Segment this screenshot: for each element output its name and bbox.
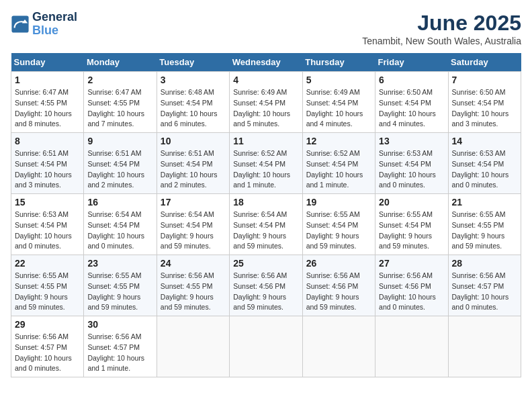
daylight-label: Daylight: 10 hours and 0 minutes.	[379, 293, 436, 312]
calendar-cell: 15 Sunrise: 6:53 AM Sunset: 4:54 PM Dayl…	[11, 194, 84, 255]
calendar-cell: 16 Sunrise: 6:54 AM Sunset: 4:54 PM Dayl…	[84, 194, 157, 255]
day-number: 4	[233, 75, 298, 85]
day-number: 13	[379, 136, 444, 146]
calendar-cell	[375, 316, 448, 377]
daylight-label: Daylight: 10 hours and 0 minutes.	[379, 171, 436, 189]
day-number: 17	[161, 197, 226, 208]
daylight-label: Daylight: 10 hours and 2 minutes.	[87, 171, 144, 189]
day-info: Sunrise: 6:55 AM Sunset: 4:54 PM Dayligh…	[379, 210, 444, 252]
sunset-label: Sunset: 4:55 PM	[161, 282, 213, 290]
calendar-body: 1 Sunrise: 6:47 AM Sunset: 4:55 PM Dayli…	[11, 72, 521, 377]
sunset-label: Sunset: 4:54 PM	[233, 99, 285, 107]
daylight-label: Daylight: 10 hours and 4 minutes.	[306, 109, 363, 128]
daylight-label: Daylight: 9 hours and 59 minutes.	[233, 232, 286, 250]
sunrise-label: Sunrise: 6:49 AM	[233, 88, 287, 96]
day-number: 29	[15, 319, 80, 330]
day-info: Sunrise: 6:55 AM Sunset: 4:54 PM Dayligh…	[306, 210, 371, 252]
sunset-label: Sunset: 4:54 PM	[15, 221, 67, 229]
daylight-label: Daylight: 10 hours and 0 minutes.	[15, 354, 72, 373]
day-info: Sunrise: 6:47 AM Sunset: 4:55 PM Dayligh…	[87, 87, 152, 130]
day-number: 15	[15, 197, 80, 208]
sunrise-label: Sunrise: 6:47 AM	[15, 88, 69, 96]
day-number: 18	[233, 197, 298, 208]
sunset-label: Sunset: 4:54 PM	[379, 99, 431, 107]
day-info: Sunrise: 6:52 AM Sunset: 4:54 PM Dayligh…	[233, 148, 298, 191]
sunrise-label: Sunrise: 6:51 AM	[161, 149, 214, 157]
sunset-label: Sunset: 4:54 PM	[379, 160, 431, 168]
daylight-label: Daylight: 10 hours and 8 minutes.	[15, 109, 72, 128]
logo-text: GeneralBlue	[32, 11, 77, 38]
day-number: 24	[161, 258, 226, 269]
day-info: Sunrise: 6:56 AM Sunset: 4:56 PM Dayligh…	[306, 271, 371, 313]
sunrise-label: Sunrise: 6:54 AM	[87, 210, 141, 218]
calendar-cell: 1 Sunrise: 6:47 AM Sunset: 4:55 PM Dayli…	[11, 72, 84, 133]
calendar-cell	[448, 316, 521, 377]
sunset-label: Sunset: 4:57 PM	[15, 343, 67, 351]
day-number: 7	[452, 75, 517, 85]
day-info: Sunrise: 6:56 AM Sunset: 4:56 PM Dayligh…	[379, 271, 444, 313]
calendar-row: 29 Sunrise: 6:56 AM Sunset: 4:57 PM Dayl…	[11, 316, 521, 377]
sunrise-label: Sunrise: 6:56 AM	[87, 332, 141, 340]
sunset-label: Sunset: 4:56 PM	[379, 282, 431, 290]
daylight-label: Daylight: 10 hours and 4 minutes.	[379, 109, 436, 128]
daylight-label: Daylight: 9 hours and 59 minutes.	[161, 293, 214, 312]
sunrise-label: Sunrise: 6:48 AM	[161, 88, 214, 96]
day-info: Sunrise: 6:49 AM Sunset: 4:54 PM Dayligh…	[233, 87, 298, 130]
day-info: Sunrise: 6:51 AM Sunset: 4:54 PM Dayligh…	[161, 148, 226, 191]
sunset-label: Sunset: 4:54 PM	[161, 160, 213, 168]
col-thursday: Thursday	[302, 53, 375, 72]
sunrise-label: Sunrise: 6:52 AM	[306, 149, 360, 157]
sunrise-label: Sunrise: 6:54 AM	[161, 210, 214, 218]
day-number: 28	[452, 258, 517, 269]
day-info: Sunrise: 6:51 AM Sunset: 4:54 PM Dayligh…	[15, 148, 80, 191]
calendar-cell: 13 Sunrise: 6:53 AM Sunset: 4:54 PM Dayl…	[375, 133, 448, 194]
day-info: Sunrise: 6:53 AM Sunset: 4:54 PM Dayligh…	[379, 148, 444, 191]
day-number: 30	[87, 319, 152, 330]
day-info: Sunrise: 6:55 AM Sunset: 4:55 PM Dayligh…	[452, 210, 517, 252]
daylight-label: Daylight: 9 hours and 59 minutes.	[379, 232, 432, 250]
daylight-label: Daylight: 10 hours and 0 minutes.	[452, 171, 509, 189]
sunset-label: Sunset: 4:55 PM	[452, 221, 504, 229]
sunset-label: Sunset: 4:54 PM	[161, 99, 213, 107]
logo: GeneralBlue	[11, 11, 77, 38]
calendar-row: 22 Sunrise: 6:55 AM Sunset: 4:55 PM Dayl…	[11, 255, 521, 316]
col-tuesday: Tuesday	[157, 53, 229, 72]
day-number: 12	[306, 136, 371, 146]
day-info: Sunrise: 6:56 AM Sunset: 4:57 PM Dayligh…	[87, 332, 152, 374]
sunrise-label: Sunrise: 6:56 AM	[15, 332, 69, 340]
day-info: Sunrise: 6:54 AM Sunset: 4:54 PM Dayligh…	[161, 210, 226, 252]
calendar-cell: 28 Sunrise: 6:56 AM Sunset: 4:57 PM Dayl…	[448, 255, 521, 316]
sunset-label: Sunset: 4:54 PM	[233, 221, 285, 229]
day-info: Sunrise: 6:50 AM Sunset: 4:54 PM Dayligh…	[452, 87, 517, 130]
day-number: 3	[161, 75, 226, 85]
sunrise-label: Sunrise: 6:49 AM	[306, 88, 360, 96]
day-number: 26	[306, 258, 371, 269]
calendar-cell: 23 Sunrise: 6:55 AM Sunset: 4:55 PM Dayl…	[84, 255, 157, 316]
sunrise-label: Sunrise: 6:55 AM	[15, 271, 69, 279]
logo-icon	[11, 15, 30, 34]
calendar-cell: 8 Sunrise: 6:51 AM Sunset: 4:54 PM Dayli…	[11, 133, 84, 194]
sunset-label: Sunset: 4:56 PM	[306, 282, 359, 290]
day-number: 9	[87, 136, 152, 146]
day-info: Sunrise: 6:50 AM Sunset: 4:54 PM Dayligh…	[379, 87, 444, 130]
calendar-cell: 2 Sunrise: 6:47 AM Sunset: 4:55 PM Dayli…	[84, 72, 157, 133]
calendar-cell: 6 Sunrise: 6:50 AM Sunset: 4:54 PM Dayli…	[375, 72, 448, 133]
calendar-cell	[302, 316, 375, 377]
day-info: Sunrise: 6:56 AM Sunset: 4:57 PM Dayligh…	[15, 332, 80, 374]
calendar-cell: 21 Sunrise: 6:55 AM Sunset: 4:55 PM Dayl…	[448, 194, 521, 255]
calendar-cell: 11 Sunrise: 6:52 AM Sunset: 4:54 PM Dayl…	[230, 133, 302, 194]
daylight-label: Daylight: 9 hours and 59 minutes.	[452, 232, 505, 250]
day-number: 11	[233, 136, 298, 146]
calendar-cell: 17 Sunrise: 6:54 AM Sunset: 4:54 PM Dayl…	[157, 194, 229, 255]
calendar-row: 8 Sunrise: 6:51 AM Sunset: 4:54 PM Dayli…	[11, 133, 521, 194]
daylight-label: Daylight: 10 hours and 3 minutes.	[15, 171, 72, 189]
day-info: Sunrise: 6:54 AM Sunset: 4:54 PM Dayligh…	[87, 210, 152, 252]
day-number: 1	[15, 75, 80, 85]
sunrise-label: Sunrise: 6:53 AM	[452, 149, 506, 157]
calendar-cell: 3 Sunrise: 6:48 AM Sunset: 4:54 PM Dayli…	[157, 72, 229, 133]
sunrise-label: Sunrise: 6:50 AM	[379, 88, 433, 96]
day-number: 14	[452, 136, 517, 146]
day-info: Sunrise: 6:56 AM Sunset: 4:56 PM Dayligh…	[233, 271, 298, 313]
sunrise-label: Sunrise: 6:56 AM	[379, 271, 433, 279]
col-sunday: Sunday	[11, 53, 84, 72]
